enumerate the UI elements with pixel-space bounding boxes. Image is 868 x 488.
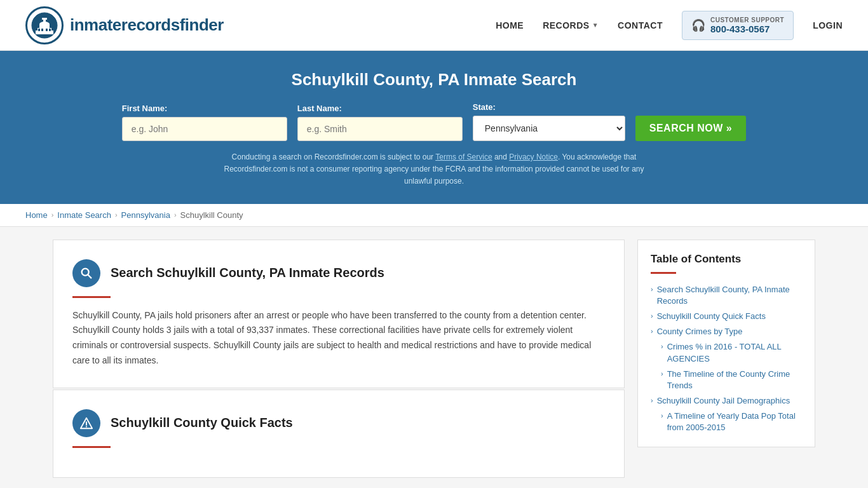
toc-item-1: › Search Schuylkill County, PA Inmate Re… [651,284,802,307]
search-form: First Name: Last Name: State: Pennsylvan… [25,102,843,141]
sidebar: Table of Contents › Search Schuylkill Co… [637,240,815,479]
breadcrumb: Home › Inmate Search › Pennsylvania › Sc… [0,204,868,227]
main-nav: HOME RECORDS ▼ CONTACT 🎧 CUSTOMER SUPPOR… [496,11,843,40]
support-info: CUSTOMER SUPPORT 800-433-0567 [710,17,784,34]
chevron-right-icon: › [661,342,663,350]
toc-item-5: › The Timeline of the County Crime Trend… [651,369,802,391]
breadcrumb-sep-3: › [174,211,177,219]
last-name-label: Last Name: [297,104,463,113]
chevron-right-icon: › [651,396,653,404]
breadcrumb-county: Schuylkill County [180,210,243,220]
toc-underline [651,272,676,274]
toc-link-7[interactable]: A Timeline of Yearly Data Pop Total from… [667,410,802,433]
toc-item-2: › Schuylkill County Quick Facts [651,311,802,322]
chevron-right-icon: › [661,412,663,419]
chevron-right-icon: › [651,285,653,293]
quick-facts-icon [72,409,100,437]
toc-link-1[interactable]: Search Schuylkill County, PA Inmate Reco… [657,284,802,307]
toc-title: Table of Contents [651,253,802,266]
svg-point-15 [86,426,87,427]
breadcrumb-inmate-search[interactable]: Inmate Search [57,210,111,220]
toc-item-7: › A Timeline of Yearly Data Pop Total fr… [651,410,802,433]
nav-login[interactable]: LOGIN [813,20,843,30]
privacy-link[interactable]: Privacy Notice [509,152,558,161]
chevron-right-icon: › [651,327,653,335]
search-section-title: Search Schuylkill County, PA Inmate Reco… [111,266,384,280]
search-section-icon [72,259,100,287]
first-name-label: First Name: [122,104,287,113]
quick-facts-section: Schuylkill County Quick Facts [53,390,625,478]
svg-rect-6 [42,18,47,20]
state-group: State: Pennsylvania [473,102,625,141]
main-content: Search Schuylkill County, PA Inmate Reco… [27,240,841,479]
hero-title: Schuylkill County, PA Inmate Search [25,70,843,90]
first-name-group: First Name: [122,104,287,141]
toc-item-6: › Schuylkill County Jail Demographics [651,395,802,407]
toc-link-4[interactable]: Crimes % in 2016 - TOTAL ALL AGENCIES [667,341,802,364]
site-header: inmaterecordsfinder HOME RECORDS ▼ CONTA… [0,0,868,51]
toc-link-3[interactable]: County Crimes by Type [657,326,743,337]
last-name-group: Last Name: [297,104,463,141]
quick-facts-header: Schuylkill County Quick Facts [72,409,605,437]
customer-support[interactable]: 🎧 CUSTOMER SUPPORT 800-433-0567 [682,11,794,40]
tos-link[interactable]: Terms of Service [435,152,492,161]
svg-rect-7 [38,29,40,31]
breadcrumb-home[interactable]: Home [25,210,48,220]
toc-link-6[interactable]: Schuylkill County Jail Demographics [657,395,790,407]
svg-line-12 [88,274,91,278]
quick-facts-title: Schuylkill County Quick Facts [111,416,293,430]
breadcrumb-pennsylvania[interactable]: Pennsylvania [121,210,170,220]
logo[interactable]: inmaterecordsfinder [25,6,224,44]
nav-home[interactable]: HOME [496,20,524,30]
search-section-text: Schuylkill County, PA jails hold prisone… [72,308,605,369]
svg-rect-5 [43,19,46,25]
state-select[interactable]: Pennsylvania [473,116,625,141]
svg-rect-9 [46,29,48,31]
breadcrumb-sep-1: › [51,211,54,219]
search-button[interactable]: SEARCH NOW » [635,116,746,141]
quick-facts-underline [72,446,111,448]
chevron-right-icon: › [661,370,663,377]
toc-link-5[interactable]: The Timeline of the County Crime Trends [667,369,802,391]
nav-contact[interactable]: CONTACT [618,20,663,30]
toc-list: › Search Schuylkill County, PA Inmate Re… [651,284,802,434]
first-name-input[interactable] [122,117,287,141]
toc-box: Table of Contents › Search Schuylkill Co… [637,240,815,447]
svg-rect-8 [41,29,43,31]
last-name-input[interactable] [297,117,463,141]
state-label: State: [473,102,625,112]
logo-text: inmaterecordsfinder [70,15,224,35]
headset-icon: 🎧 [691,18,705,32]
content-area: Search Schuylkill County, PA Inmate Reco… [53,240,625,479]
hero-disclaimer: Conducting a search on Recordsfinder.com… [212,151,656,188]
toc-item-3: › County Crimes by Type [651,326,802,337]
logo-icon [25,6,64,44]
search-section: Search Schuylkill County, PA Inmate Reco… [53,240,625,388]
search-section-underline [72,296,111,298]
search-section-header: Search Schuylkill County, PA Inmate Reco… [72,259,605,287]
chevron-down-icon: ▼ [592,22,599,29]
chevron-right-icon: › [651,312,653,320]
breadcrumb-sep-2: › [115,211,118,219]
toc-link-2[interactable]: Schuylkill County Quick Facts [657,311,766,322]
nav-records[interactable]: RECORDS ▼ [543,20,599,30]
toc-item-4: › Crimes % in 2016 - TOTAL ALL AGENCIES [651,341,802,364]
svg-rect-10 [49,29,51,31]
hero-search-section: Schuylkill County, PA Inmate Search Firs… [0,51,868,204]
